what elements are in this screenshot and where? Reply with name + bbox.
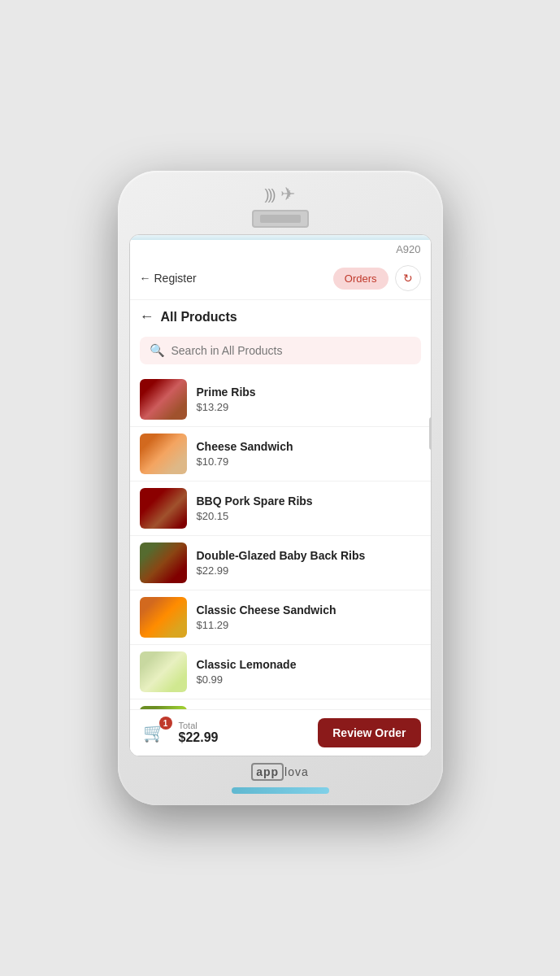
product-info: Classic Lemonade $0.99 [197, 658, 421, 686]
product-item[interactable]: Classic Cheese Sandwich $11.29 [130, 590, 431, 645]
product-name: Classic Lemonade [197, 658, 421, 671]
product-price: $22.99 [197, 564, 421, 577]
product-info: Prime Ribs $13.29 [197, 386, 421, 413]
total-info: Total $22.99 [179, 721, 309, 745]
orders-button[interactable]: Orders [333, 268, 389, 290]
product-image-inner [140, 597, 187, 638]
cart-icon-wrap[interactable]: 🛒 1 [140, 718, 169, 747]
product-image [140, 542, 187, 583]
product-price: $20.15 [197, 510, 421, 522]
cart-badge: 1 [159, 717, 172, 730]
refresh-button[interactable]: ↻ [395, 265, 421, 291]
total-label: Total [179, 721, 309, 730]
product-price: $0.99 [197, 673, 421, 686]
back-button[interactable]: ← Register [140, 272, 197, 285]
product-image [140, 651, 187, 692]
product-image-inner [140, 651, 187, 692]
product-item[interactable]: Cheese Sandwich $10.79 [130, 427, 431, 481]
device-frame: ))) ✈ A920 ← Register Orders ↻ [118, 171, 443, 805]
card-slot [252, 210, 309, 228]
device-bottom: applova [129, 763, 432, 794]
applova-logo: applova [251, 763, 309, 781]
review-order-button[interactable]: Review Order [318, 718, 420, 747]
product-image [140, 488, 187, 529]
search-container: 🔍 [130, 332, 431, 373]
search-box: 🔍 [140, 337, 421, 364]
product-price: $13.29 [197, 401, 421, 413]
product-info: Double-Glazed Baby Back Ribs $22.99 [197, 549, 421, 577]
product-image-inner [140, 434, 187, 474]
product-name: Classic Cheese Sandwich [197, 603, 421, 617]
products-list: Prime Ribs $13.29 Cheese Sandwich $10.79… [130, 373, 431, 709]
product-name: Cheese Sandwich [197, 440, 421, 453]
back-arrow-icon: ← [140, 272, 151, 285]
product-image-inner [140, 542, 187, 583]
product-price: $10.79 [197, 455, 421, 468]
app-screen: ← Register Orders ↻ ← All Products 🔍 [130, 257, 431, 756]
sub-header-title: All Products [161, 310, 237, 325]
product-info: Classic Cheese Sandwich $11.29 [197, 603, 421, 631]
device-screen: A920 ← Register Orders ↻ ← All Products [129, 234, 432, 756]
product-item[interactable]: Chicken Tacos $9.79 [130, 699, 431, 709]
model-label: A920 [130, 240, 431, 257]
app-bracket: app [251, 763, 284, 781]
app-header: ← Register Orders ↻ [130, 257, 431, 300]
product-item[interactable]: Classic Lemonade $0.99 [130, 645, 431, 699]
product-item[interactable]: Double-Glazed Baby Back Ribs $22.99 [130, 536, 431, 590]
product-item[interactable]: BBQ Pork Spare Ribs $20.15 [130, 481, 431, 536]
product-item[interactable]: Prime Ribs $13.29 [130, 373, 431, 427]
product-image [140, 597, 187, 638]
product-price: $11.29 [197, 619, 421, 631]
search-icon: 🔍 [150, 343, 165, 358]
sub-header: ← All Products [130, 300, 431, 332]
bottom-strip [232, 787, 329, 794]
bottom-bar: 🛒 1 Total $22.99 Review Order [130, 709, 431, 756]
total-amount: $22.99 [179, 730, 309, 745]
device-top: ))) ✈ [129, 184, 432, 228]
product-image [140, 379, 187, 420]
product-name: Prime Ribs [197, 386, 421, 399]
product-image [140, 434, 187, 474]
device-top-icons: ))) ✈ [265, 184, 296, 205]
sub-back-arrow-icon[interactable]: ← [140, 308, 154, 325]
nfc-icon: ))) [265, 186, 275, 203]
search-input[interactable] [171, 344, 411, 357]
product-name: BBQ Pork Spare Ribs [197, 495, 421, 508]
product-info: Cheese Sandwich $10.79 [197, 440, 421, 468]
side-scroll[interactable] [429, 417, 432, 450]
product-image-inner [140, 379, 187, 420]
header-title: Register [154, 272, 197, 285]
product-info: BBQ Pork Spare Ribs $20.15 [197, 495, 421, 522]
product-name: Double-Glazed Baby Back Ribs [197, 549, 421, 562]
refresh-icon: ↻ [403, 272, 413, 285]
product-image-inner [140, 488, 187, 529]
device-logo-icon: ✈ [280, 184, 295, 205]
